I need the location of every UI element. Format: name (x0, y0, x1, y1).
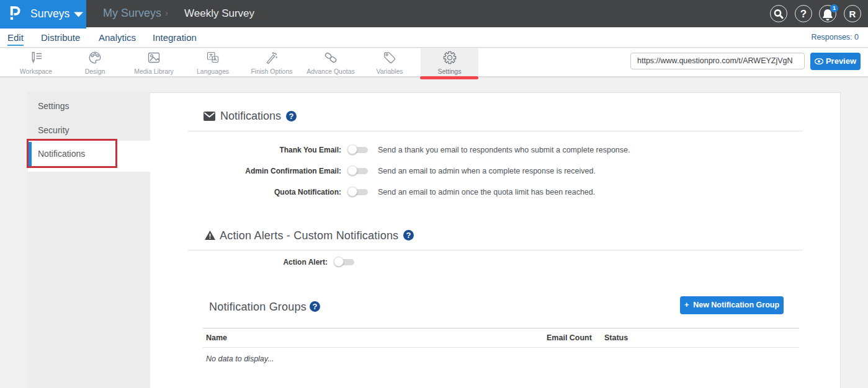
svg-text:Surveys: Surveys (30, 7, 69, 20)
